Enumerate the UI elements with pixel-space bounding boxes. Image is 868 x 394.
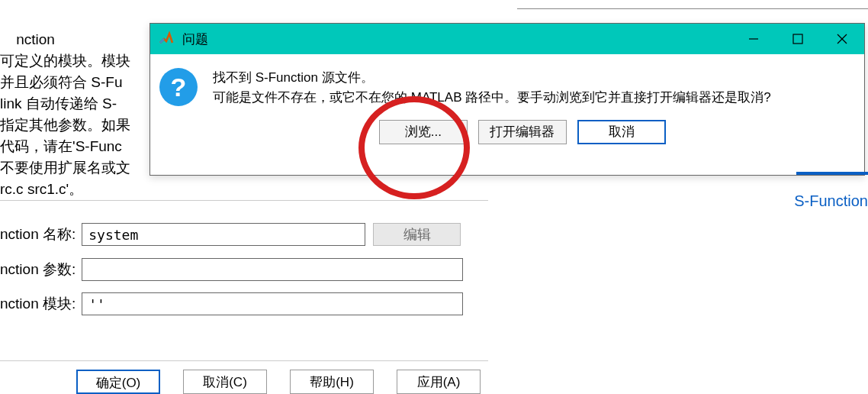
- open-editor-button[interactable]: 打开编辑器: [478, 120, 567, 144]
- divider-bottom: [0, 360, 488, 361]
- matlab-app-icon: [156, 29, 176, 49]
- name-input[interactable]: [82, 223, 365, 246]
- question-dialog: 问题 ? 找不到 S-Function 源文件。 可能是文件不存在，或它不在您的…: [149, 23, 865, 176]
- sfunction-block-label: S-Function: [794, 192, 868, 210]
- browse-button[interactable]: 浏览...: [379, 120, 468, 144]
- dialog-cancel-button[interactable]: 取消: [577, 120, 666, 144]
- sfunction-block-edge: [796, 172, 868, 175]
- dialog-title: 问题: [182, 31, 208, 48]
- param-input[interactable]: [82, 258, 463, 281]
- minimize-button[interactable]: [731, 24, 776, 54]
- close-button[interactable]: [820, 24, 864, 54]
- dialog-message: 找不到 S-Function 源文件。 可能是文件不存在，或它不在您的 MATL…: [213, 68, 771, 108]
- divider: [0, 200, 488, 201]
- name-label: nction 名称:: [0, 224, 76, 244]
- module-input[interactable]: [82, 292, 463, 315]
- dialog-titlebar[interactable]: 问题: [150, 24, 864, 54]
- ok-button[interactable]: 确定(O): [76, 370, 160, 394]
- description-text: nction 可定义的模块。模块 并且必须符合 S-Fu link 自动传递给 …: [0, 8, 130, 221]
- background-panel-edge: [517, 0, 868, 9]
- module-label: nction 模块:: [0, 294, 76, 314]
- edit-button[interactable]: 编辑: [373, 223, 461, 246]
- maximize-button[interactable]: [776, 24, 820, 54]
- param-label: nction 参数:: [0, 260, 76, 279]
- svg-rect-1: [793, 34, 802, 44]
- apply-button[interactable]: 应用(A): [397, 370, 481, 394]
- help-button[interactable]: 帮助(H): [290, 370, 374, 394]
- question-icon: ?: [159, 68, 198, 106]
- cancel-button[interactable]: 取消(C): [183, 370, 267, 394]
